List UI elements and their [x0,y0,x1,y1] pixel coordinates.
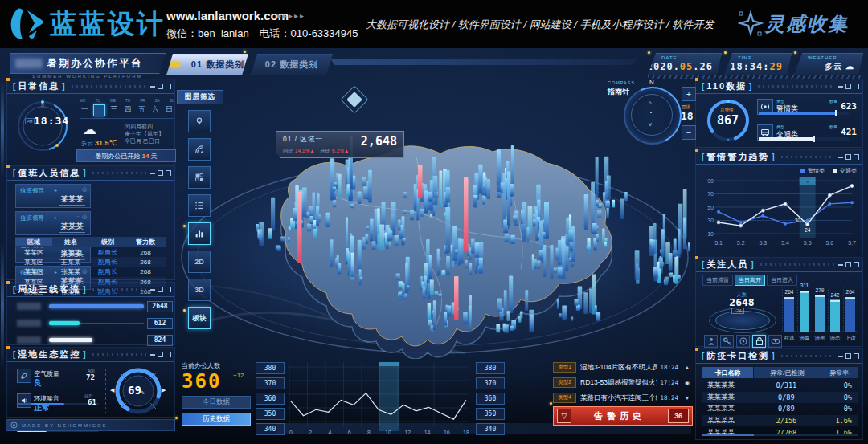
layer-button-label: 2D [194,258,204,266]
lanlan-logo-icon [10,7,47,41]
person-icon[interactable] [704,335,718,348]
warning-icon: ▽ [557,409,571,423]
tooltip-region: 01 / 区域一 [283,135,323,145]
layer-button-radar[interactable] [188,138,211,161]
flow-label-blur [17,303,41,310]
focus-icon-strip [704,335,782,348]
window-controls[interactable] [838,353,859,359]
svg-text:涉恐: 涉恐 [829,335,841,341]
duty-leader-card[interactable]: 值班领导▸⋯ ◎某某某 [15,211,91,235]
focus-tab[interactable]: 当日离开 [735,275,765,286]
weekday-cn[interactable]: 一 [80,104,90,116]
window-controls[interactable] [150,287,171,292]
air-quality-icon [17,369,31,383]
clock-time: 18:34 [34,115,69,127]
gauge-left-arrow[interactable]: ◀ [110,387,114,393]
checkpoint-row[interactable]: 某某某某0/890% [702,392,858,404]
window-controls[interactable] [838,84,859,89]
layer-button-3D[interactable]: 3D [188,279,211,301]
alert-direction-icon[interactable]: ▼ [683,395,691,401]
card-icons: ⋯ ◎ [75,186,87,193]
svg-text:264: 264 [785,289,794,295]
duty-table-row[interactable]: 某某区王某某副局长268 [15,257,166,267]
checkpoint-col-header[interactable]: 异常/已检测 [754,367,821,378]
duty-leader-card[interactable]: 值班领导▸⋯ ◎某某某 [15,184,91,208]
air-value: 72 [86,373,95,381]
window-controls[interactable] [838,262,859,267]
alert-direction-icon[interactable]: ▲ [683,365,691,370]
air-status: 良 [34,377,42,389]
weekday-cn[interactable]: 四 [122,104,133,116]
cloud-icon: ☁ [845,62,854,71]
lock-icon[interactable] [752,335,766,348]
time-value: 18:34: [730,61,769,72]
layer-button-chart[interactable] [188,222,211,245]
progress-bar [759,137,849,141]
window-controls[interactable] [838,154,859,160]
weekday-cn[interactable]: 二 [93,104,105,116]
y-axis-box: 340 [256,423,285,435]
svg-text:5.2: 5.2 [737,240,745,246]
y-axis-box: 350 [256,408,285,420]
weekday-en: FR [140,99,145,103]
lunar-line: 闰四月初四 [125,123,164,130]
history-data-button[interactable]: 历史数据 [182,413,251,426]
tab-data-category-2[interactable]: 02 数据类别 [251,54,333,75]
checkpoint-row[interactable]: 某某某某0/890% [702,403,858,415]
window-controls[interactable] [150,84,171,89]
website-url[interactable]: www.lanlanwork.com [166,9,289,22]
layer-button-grid[interactable] [188,166,211,189]
weekday-cn[interactable]: 日 [164,104,174,116]
panel-duty-personnel: [值班人员信息] 值班领导▸⋯ ◎某某某值班领导▸⋯ ◎某某某值班领导▸⋯ ◎某… [6,165,175,280]
alert-row[interactable]: 类型1湿地3-104片区有不明人员闯入18:24▲ [553,361,691,373]
checkpoint-row[interactable]: 某某某某0/3110% [702,380,858,392]
weekday-cn[interactable]: 三 [108,104,119,116]
scrollbar-thumb[interactable] [702,434,754,436]
weekday-cn[interactable]: 六 [150,104,161,116]
gauge-label: 总警情 [720,108,734,113]
layer-button-板块[interactable]: 板块 [188,307,211,329]
progress-bar [759,112,849,115]
compass-dial[interactable]: ^ v [624,87,682,145]
svg-text:5.3: 5.3 [759,240,767,246]
window-controls[interactable] [150,170,171,176]
expand-icon [166,84,171,89]
panel-eco-monitor: [湿地生态监控] 空气质量 AQI 72 良 环境噪音 分贝 61 正常 ◀ ▶… [6,347,175,418]
scrollbar-track[interactable] [702,434,858,436]
checkpoint-row[interactable]: 某某某某2/2681.6% [702,426,858,438]
time-label: TIME [738,55,752,60]
weekday-cn[interactable]: 五 [137,104,147,116]
svg-text:14: 14 [424,430,431,435]
count-value: 623 [841,101,857,112]
svg-text:5.5: 5.5 [804,240,812,246]
alert-direction-icon[interactable]: ◉ [683,380,691,386]
gauge-right-arrow[interactable]: ▶ [162,387,166,393]
window-controls[interactable] [150,352,171,357]
layer-button-list[interactable] [188,194,211,217]
branding-header: 蓝蓝设计 www.lanlanwork.com ▸▸▸▸▸ 微信：ben_lan… [0,0,868,48]
zoom-out-button[interactable]: − [682,125,696,140]
weather-value: 多云 [825,62,842,71]
tab-data-category-1[interactable]: 01 数据类别 [166,54,248,75]
duty-table-row[interactable]: 某某区张某某副局长268 [15,247,166,257]
svg-text:24: 24 [805,227,811,233]
alert-row[interactable]: 类型4某路口有小汽车连闯三个红灯18:24▼ [553,392,691,404]
banner-dot [550,402,552,405]
key-icon[interactable] [720,335,734,348]
banner-text: 告警历史 [571,410,668,422]
target-icon[interactable] [736,335,750,348]
y-axis-box: 380 [476,362,505,374]
zoom-in-button[interactable]: + [682,87,696,101]
layer-button-2D[interactable]: 2D [188,251,211,273]
checkpoint-row[interactable]: 某某某某2/1561.6% [702,415,858,427]
checkpoint-col-header[interactable]: 卡口名称 [702,367,754,378]
checkpoint-col-header[interactable]: 异常率 [821,367,858,378]
duty-card-name: 某某某 [59,194,86,206]
focus-tab[interactable]: 当前滞留 [702,275,733,286]
duty-table-row[interactable]: 某某区张某某副局长268 [15,267,166,277]
layer-button-pin[interactable] [188,110,211,132]
duty-cell: 张某某 [52,248,89,257]
today-data-button[interactable]: 今日数据 [182,396,251,409]
alert-row[interactable]: 类型2RD13-53烟感报警疑似火灾17:24◉ [553,377,691,389]
alert-history-banner[interactable]: ▽ 告警历史 36 [553,406,693,426]
